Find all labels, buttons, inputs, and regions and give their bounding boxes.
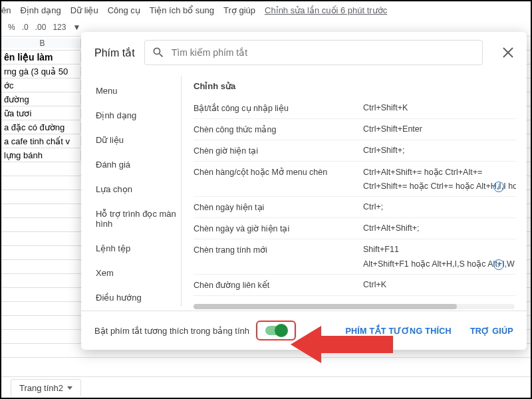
shortcut-name: Chèn giờ hiện tại (194, 146, 363, 156)
shortcut-keys-alt: Alt+Shift+F1 hoặc Alt+H,I,S hoặc Alt+I,W… (363, 255, 516, 269)
compatible-shortcuts-link[interactable]: PHÍM TẮT TƯƠNG THÍCH (345, 326, 452, 336)
shortcut-keys: Ctrl+Shift+K (363, 103, 516, 113)
sidebar-item-navigation[interactable]: Điều hướng (96, 285, 181, 310)
decrease-decimal-button[interactable]: .0 (22, 23, 29, 32)
sidebar-item-selection[interactable]: Lựa chọn (96, 177, 181, 201)
shortcut-keys-alt: Ctrl+Shift+= hoặc Ctrl+= hoặc Alt+H,I,I … (363, 177, 516, 191)
help-link[interactable]: TRỢ GIÚP (470, 326, 513, 336)
cell[interactable]: a cafe tinh chất v (1, 136, 81, 146)
shortcut-row: Chèn ngày hiện tại Ctrl+; (194, 197, 516, 218)
shortcut-name: Chèn ngày và giờ hiện tại (194, 223, 363, 233)
chevron-down-icon[interactable] (67, 386, 72, 390)
more-formats-dropdown[interactable]: ▼ (72, 23, 80, 32)
search-input[interactable] (172, 47, 475, 58)
sidebar-item-format[interactable]: Định dạng (96, 103, 181, 128)
shortcut-row: Chèn trang tính mới Shift+F11 Alt+Shift+… (194, 239, 516, 275)
last-edit-timestamp[interactable]: Chỉnh sửa lần cuối 6 phút trước (265, 5, 387, 15)
menu-item[interactable]: Định dạng (20, 5, 61, 15)
shortcut-row: Chèn đường liên kết Ctrl+K (194, 275, 516, 296)
dialog-footer: Bật phím tắt tương thích trong bảng tính… (81, 311, 527, 350)
sidebar-item-menu[interactable]: Menu (96, 78, 181, 103)
keyboard-shortcuts-dialog: Phím tắt Menu Định dạng Dữ liệu Đánh giá… (81, 32, 527, 350)
shortcut-name: Chèn công thức mảng (194, 124, 363, 134)
menu-item[interactable]: Trợ giúp (223, 5, 255, 15)
cell[interactable]: a đặc có đường (1, 122, 81, 132)
sheet-tab-label: Trang tính2 (19, 383, 63, 393)
sidebar-item-file[interactable]: Lệnh tệp (96, 236, 181, 261)
column-header-b[interactable]: B (1, 39, 81, 48)
shortcut-name: Bật/tắt công cụ nhập liệu (194, 103, 363, 113)
shortcut-name: Chèn hàng/cột hoặc Mở menu chèn (194, 167, 363, 177)
menu-bar: ên Định dạng Dữ liệu Công cụ Tiện ích bổ… (1, 1, 531, 18)
info-icon[interactable]: i (493, 182, 504, 192)
search-icon (152, 46, 165, 59)
sidebar-item-view[interactable]: Xem (96, 261, 181, 285)
shortcut-row: Chèn hàng/cột hoặc Mở menu chèn Ctrl+Alt… (194, 162, 516, 197)
menu-item[interactable]: Công cụ (108, 5, 140, 15)
cell[interactable]: đường (1, 94, 81, 104)
shortcut-keys: Ctrl+Shift+Enter (363, 124, 516, 134)
sheet-tabs-bar: Trang tính2 (1, 376, 531, 398)
menu-item[interactable]: Tiện ích bổ sung (150, 5, 214, 15)
shortcut-row: Chèn công thức mảng Ctrl+Shift+Enter (194, 119, 516, 140)
shortcut-row: Bật/tắt công cụ nhập liệu Ctrl+Shift+K (194, 98, 516, 119)
shortcut-keys: Ctrl+K (363, 280, 516, 290)
shortcut-keys: Ctrl+Alt+Shift+= hoặc Ctrl+Alt+= (363, 167, 516, 177)
menu-item[interactable]: Dữ liệu (70, 5, 98, 15)
sidebar-item-data[interactable]: Dữ liệu (96, 128, 181, 152)
info-icon[interactable]: i (493, 259, 504, 270)
sheet-tab[interactable]: Trang tính2 (11, 379, 81, 396)
toggle-label: Bật phím tắt tương thích trong bảng tính (94, 326, 249, 336)
shortcut-row: Chèn giờ hiện tại Ctrl+Shift+; (194, 140, 516, 162)
shortcut-name: Chèn trang tính mới (194, 245, 363, 255)
shortcut-keys: Ctrl+; (363, 202, 516, 212)
search-field[interactable] (144, 40, 483, 65)
shortcut-keys: Ctrl+Shift+; (363, 146, 516, 156)
menu-item[interactable]: ên (1, 5, 11, 15)
shortcut-row: Chèn ngày và giờ hiện tại Ctrl+Alt+Shift… (194, 218, 516, 239)
cell[interactable]: rng gà (3 quả 50 (1, 66, 81, 76)
sidebar-item-screenreader[interactable]: Hỗ trợ trình đọc màn hình (96, 201, 181, 236)
cell[interactable]: ớc (1, 80, 81, 90)
cell[interactable]: ên liệu làm (1, 52, 81, 63)
close-button[interactable] (500, 45, 516, 61)
shortcut-name: Chèn đường liên kết (194, 280, 363, 290)
dialog-title: Phím tắt (94, 47, 135, 59)
sidebar-item-review[interactable]: Đánh giá (96, 152, 181, 177)
cell[interactable]: ữa tươi (1, 108, 81, 118)
horizontal-scrollbar[interactable] (194, 304, 515, 309)
shortcut-name: Chèn ngày hiện tại (194, 202, 363, 212)
number-format-button[interactable]: 123 (53, 23, 66, 32)
cell[interactable]: lựng bánh (1, 150, 81, 160)
shortcut-keys: Ctrl+Alt+Shift+; (363, 223, 516, 233)
increase-decimal-button[interactable]: .00 (35, 23, 47, 32)
percent-format-button[interactable]: % (8, 23, 15, 32)
section-heading: Chỉnh sửa (194, 77, 516, 98)
compatible-shortcuts-toggle[interactable] (265, 326, 287, 335)
shortcuts-panel: Chỉnh sửa Bật/tắt công cụ nhập liệu Ctrl… (182, 72, 527, 311)
shortcut-keys: Shift+F11 (363, 245, 516, 255)
annotation-highlight (256, 321, 296, 340)
category-sidebar: Menu Định dạng Dữ liệu Đánh giá Lựa chọn… (81, 72, 181, 311)
